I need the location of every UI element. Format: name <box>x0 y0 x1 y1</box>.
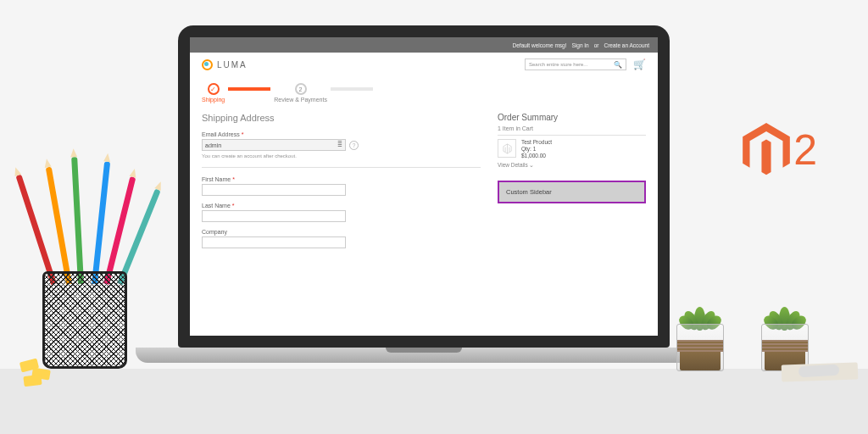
sign-in-link[interactable]: Sign In <box>571 42 588 48</box>
magento-hexagon-icon <box>743 123 790 177</box>
step-review-circle: 2 <box>295 83 307 95</box>
create-account-link[interactable]: Create an Account <box>604 42 649 48</box>
magento-placeholder-icon <box>502 143 513 154</box>
first-name-field[interactable] <box>202 184 346 196</box>
search-placeholder: Search entire store here... <box>529 62 587 67</box>
cart-icon[interactable]: 🛒 <box>633 58 646 70</box>
product-name: Test Product <box>521 139 552 145</box>
luma-logo-icon <box>202 59 213 70</box>
email-label: Email Address * <box>202 131 481 137</box>
laptop-frame: Default welcome msg! Sign In or Create a… <box>178 25 670 424</box>
product-qty: Qty: 1 <box>521 146 552 152</box>
order-summary-title: Order Summary <box>498 113 646 122</box>
magento-version-number: 2 <box>793 125 817 175</box>
custom-sidebar-block: Custom Sidebar <box>498 181 646 203</box>
shipping-form: Shipping Address Email Address * admin ?… <box>202 113 481 255</box>
email-hint: You can create an account after checkout… <box>202 153 481 159</box>
top-links-bar: Default welcome msg! Sign In or Create a… <box>190 37 658 53</box>
progress-bar-2 <box>331 87 373 91</box>
company-field[interactable] <box>202 236 346 248</box>
search-input[interactable]: Search entire store here... 🔍 <box>525 58 626 70</box>
order-summary-sidebar: Order Summary 1 Item in Cart Test Produc… <box>498 113 646 255</box>
step-shipping-label: Shipping <box>202 97 225 103</box>
laptop-keyboard <box>136 348 712 363</box>
phone-decoration <box>798 364 840 377</box>
or-text: or <box>594 42 599 48</box>
checkout-progress: Shipping 2 Review & Payments <box>190 76 658 109</box>
last-name-label: Last Name * <box>202 203 481 209</box>
view-details-toggle[interactable]: View Details ⌄ <box>498 162 646 169</box>
email-field[interactable]: admin <box>202 139 346 151</box>
browser-viewport: Default welcome msg! Sign In or Create a… <box>190 37 658 336</box>
cart-item: Test Product Qty: 1 $1,000.00 <box>498 139 646 159</box>
magento-2-logo: 2 <box>743 123 817 177</box>
welcome-message: Default welcome msg! <box>513 42 567 48</box>
progress-bar-1 <box>228 87 270 91</box>
last-name-field[interactable] <box>202 210 346 222</box>
step-review-label: Review & Payments <box>274 97 327 103</box>
luma-logo-text: LUMA <box>217 60 248 70</box>
succulent-plant-1 <box>676 324 724 371</box>
step-shipping[interactable]: Shipping <box>202 83 225 103</box>
first-name-label: First Name * <box>202 176 481 182</box>
site-logo[interactable]: LUMA <box>202 59 248 70</box>
product-price: $1,000.00 <box>521 153 552 159</box>
cart-item-count[interactable]: 1 Item in Cart <box>498 125 646 136</box>
search-icon[interactable]: 🔍 <box>614 61 622 69</box>
binder-clips-decoration <box>20 360 58 387</box>
shipping-address-heading: Shipping Address <box>202 113 481 123</box>
page-header: LUMA Search entire store here... 🔍 🛒 <box>190 53 658 76</box>
pencil-holder-decoration <box>25 178 144 369</box>
step-review[interactable]: 2 Review & Payments <box>274 83 327 103</box>
company-label: Company <box>202 229 481 235</box>
step-shipping-circle <box>208 83 220 95</box>
help-icon[interactable]: ? <box>349 141 359 150</box>
product-thumbnail <box>498 139 516 158</box>
